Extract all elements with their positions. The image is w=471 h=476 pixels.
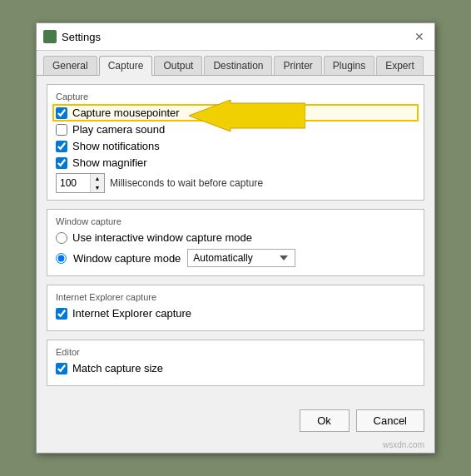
play-camera-sound-checkbox[interactable]	[56, 124, 67, 136]
tab-printer[interactable]: Printer	[274, 56, 321, 75]
tab-expert[interactable]: Expert	[376, 56, 424, 75]
tab-destination[interactable]: Destination	[204, 56, 272, 75]
settings-window: Settings ✕ General Capture Output Destin…	[36, 22, 435, 454]
interactive-mode-radio[interactable]	[56, 232, 67, 244]
interactive-mode-label: Use interactive window capture mode	[72, 231, 252, 244]
capture-section-label: Capture	[56, 92, 415, 102]
play-camera-sound-label: Play camera sound	[72, 123, 165, 136]
show-notifications-row: Show notifications	[56, 140, 415, 152]
editor-section-label: Editor	[56, 347, 415, 357]
window-capture-label: Window capture	[56, 216, 415, 226]
match-capture-label: Match capture size	[72, 362, 163, 374]
ie-section: Internet Explorer capture Internet Explo…	[47, 285, 424, 331]
show-magnifier-row: Show magnifier	[56, 156, 415, 169]
show-notifications-checkbox[interactable]	[56, 141, 67, 152]
ie-capture-row: Internet Explorer capture	[56, 307, 415, 320]
spinbox-up-arrow[interactable]: ▲	[91, 174, 104, 183]
title-bar: Settings ✕	[37, 23, 434, 51]
watermark: wsxdn.com	[37, 440, 434, 453]
capture-mousepointer-label: Capture mousepointer	[72, 107, 180, 119]
tab-capture[interactable]: Capture	[99, 56, 153, 76]
play-camera-sound-row: Play camera sound	[56, 123, 415, 136]
window-capture-mode-label: Window capture mode	[73, 252, 181, 265]
show-magnifier-label: Show magnifier	[72, 156, 147, 169]
tab-bar: General Capture Output Destination Print…	[37, 51, 434, 76]
delay-row: 100 ▲ ▼ Milliseconds to wait before capt…	[56, 173, 415, 193]
close-button[interactable]: ✕	[411, 28, 428, 45]
spinbox-arrows: ▲ ▼	[90, 174, 104, 192]
spinbox-down-arrow[interactable]: ▼	[91, 183, 104, 192]
window-capture-section: Window capture Use interactive window ca…	[47, 209, 424, 276]
match-capture-checkbox[interactable]	[56, 363, 67, 374]
app-icon	[43, 30, 57, 43]
ok-button[interactable]: Ok	[300, 409, 350, 432]
window-capture-mode-radio[interactable]	[56, 253, 67, 264]
window-capture-dropdown[interactable]: Automatically Manual Child windows	[187, 249, 295, 267]
capture-mousepointer-row: Capture mousepointer	[56, 107, 415, 119]
show-notifications-label: Show notifications	[72, 140, 160, 152]
window-capture-mode-row: Window capture mode Automatically Manual…	[56, 249, 415, 267]
ie-capture-checkbox[interactable]	[56, 308, 67, 320]
show-magnifier-checkbox[interactable]	[56, 157, 67, 169]
title-bar-left: Settings	[43, 30, 101, 43]
cancel-button[interactable]: Cancel	[356, 409, 424, 432]
content-area: Capture Capture mousepointer	[37, 76, 434, 403]
tab-output[interactable]: Output	[154, 56, 202, 75]
footer: Ok Cancel	[37, 403, 434, 440]
interactive-mode-row: Use interactive window capture mode	[56, 231, 415, 244]
match-capture-row: Match capture size	[56, 362, 415, 374]
ie-capture-label: Internet Explorer capture	[72, 307, 191, 320]
tab-plugins[interactable]: Plugins	[324, 56, 374, 75]
editor-section: Editor Match capture size	[47, 340, 424, 386]
tab-general[interactable]: General	[43, 56, 97, 75]
delay-spinbox[interactable]: 100 ▲ ▼	[56, 173, 105, 193]
capture-mousepointer-checkbox[interactable]	[56, 107, 67, 119]
delay-input[interactable]: 100	[57, 176, 90, 191]
window-title: Settings	[62, 31, 101, 43]
delay-label: Milliseconds to wait before capture	[110, 177, 263, 189]
capture-section: Capture Capture mousepointer	[47, 84, 424, 201]
ie-section-label: Internet Explorer capture	[56, 292, 415, 302]
